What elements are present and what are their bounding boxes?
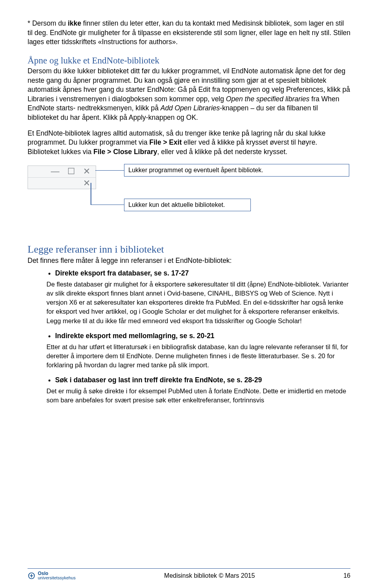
text-bold: ikke	[68, 19, 81, 27]
heading-add-refs: Legge referanser inn i biblioteket	[28, 244, 350, 255]
footer-page-number: 16	[343, 572, 350, 579]
topic-list: Søk i databaser og last inn treff direkt…	[28, 376, 350, 384]
minimize-icon: —	[51, 166, 59, 177]
window-control-row-top: — ☐ ✕	[28, 166, 96, 178]
maximize-icon: ☐	[67, 166, 75, 177]
connector-line	[91, 205, 124, 205]
text: * Dersom du	[28, 19, 68, 27]
topic-list: Direkte eksport fra databaser, se s. 17-…	[28, 269, 350, 277]
open-close-paragraph-2: Et EndNote-bibliotek lagres alltid autom…	[28, 129, 350, 157]
topic-indirect-export-body: Etter at du har utført et litteratursøk …	[28, 342, 350, 370]
footer-logo-text: Oslo universitetssykehus	[38, 571, 76, 580]
footer-org-line2: universitetssykehus	[38, 576, 76, 580]
heading-open-close: Åpne og lukke et EndNote-bibliotek	[28, 56, 350, 66]
document-page: * Dersom du ikke finner stilen du leter …	[0, 0, 378, 588]
connector-line	[91, 183, 91, 205]
close-icon: ✕	[83, 178, 90, 188]
close-icon: ✕	[83, 166, 90, 177]
page-footer: Oslo universitetssykehus Medisinsk bibli…	[28, 568, 350, 580]
topic-search-databases: Søk i databaser og last inn treff direkt…	[55, 376, 350, 384]
window-control-illustration: — ☐ ✕ ✕	[28, 166, 96, 189]
topic-search-databases-body: Det er mulig å søke direkte i for eksemp…	[28, 387, 350, 405]
footer-center-text: Medisinsk bibliotek © Mars 2015	[164, 572, 255, 579]
callout-close-program: Lukker programmet og eventuelt åpent bib…	[124, 164, 349, 177]
window-controls-figure: — ☐ ✕ ✕ Lukker programmet og eventuelt å…	[28, 163, 350, 230]
callout-close-library: Lukker kun det aktuelle biblioteket.	[124, 199, 251, 211]
intro-paragraph: * Dersom du ikke finner stilen du leter …	[28, 19, 350, 47]
text-bold: File > Exit	[149, 138, 182, 146]
footer-rule	[28, 568, 350, 569]
topic-direct-export: Direkte eksport fra databaser, se s. 17-…	[55, 269, 350, 277]
add-refs-lead: Det finnes flere måter å legge inn refer…	[28, 256, 350, 266]
hospital-logo-icon	[28, 572, 35, 580]
text-italic: Open the specified libraries	[226, 95, 309, 103]
footer-logo: Oslo universitetssykehus	[28, 571, 76, 580]
topic-list: Indirekte eksport med mellomlagring, se …	[28, 332, 350, 340]
topic-indirect-export: Indirekte eksport med mellomlagring, se …	[55, 332, 350, 340]
open-close-paragraph-1: Dersom du ikke lukker biblioteket ditt f…	[28, 67, 350, 123]
connector-line	[95, 170, 124, 171]
window-control-row-bottom: ✕	[28, 178, 96, 189]
text-italic: Add Open Libraries	[161, 104, 220, 112]
topic-direct-export-body: De fleste databaser gir mulighet for å e…	[28, 280, 350, 325]
footer-row: Oslo universitetssykehus Medisinsk bibli…	[28, 571, 350, 580]
text-bold: File > Close Library	[93, 148, 157, 156]
text: , eller ved å klikke på det nederste kry…	[157, 148, 287, 156]
